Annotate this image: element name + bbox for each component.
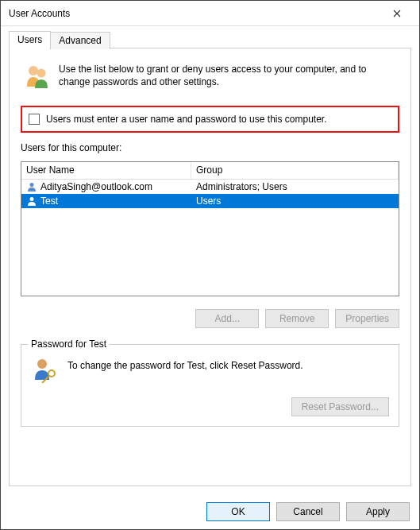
svg-point-2: [30, 183, 34, 187]
tab-advanced[interactable]: Advanced: [50, 32, 110, 49]
svg-point-5: [48, 370, 55, 377]
cell-username: AdityaSingh@outlook.com: [40, 181, 152, 192]
cell-group: Administrators; Users: [196, 181, 287, 192]
svg-point-3: [30, 197, 34, 201]
password-row: To change the password for Test, click R…: [31, 356, 389, 383]
cell-username: Test: [40, 195, 58, 207]
dialog-footer: OK Cancel Apply: [1, 494, 419, 529]
close-icon: [393, 10, 401, 17]
must-enter-credentials-label: Users must enter a user name and passwor…: [46, 114, 327, 125]
users-list-label: Users for this computer:: [21, 142, 399, 153]
svg-point-1: [37, 69, 46, 78]
tabstrip: Users Advanced: [9, 31, 411, 48]
apply-button[interactable]: Apply: [346, 502, 410, 521]
password-button-row: Reset Password...: [31, 397, 389, 416]
table-row[interactable]: AdityaSingh@outlook.com Administrators; …: [21, 180, 399, 194]
users-listview[interactable]: User Name Group AdityaSingh@outlook.com …: [21, 161, 399, 296]
column-username[interactable]: User Name: [21, 162, 191, 179]
must-enter-credentials-checkbox[interactable]: [29, 114, 40, 125]
close-button[interactable]: [381, 2, 413, 25]
users-icon: [24, 63, 51, 90]
listview-body: AdityaSingh@outlook.com Administrators; …: [21, 180, 399, 296]
must-enter-credentials-row: Users must enter a user name and passwor…: [21, 106, 399, 133]
user-icon: [26, 181, 37, 192]
listview-header: User Name Group: [21, 162, 399, 180]
cancel-button[interactable]: Cancel: [276, 502, 340, 521]
reset-password-button[interactable]: Reset Password...: [291, 397, 389, 416]
user-button-row: Add... Remove Properties: [21, 304, 399, 331]
table-row[interactable]: Test Users: [21, 194, 399, 208]
password-text: To change the password for Test, click R…: [67, 356, 303, 372]
tabpage-users: Use the list below to grant or deny user…: [9, 48, 411, 486]
key-user-icon: [31, 356, 58, 383]
password-group-legend: Password for Test: [28, 339, 110, 350]
user-icon: [26, 195, 37, 207]
column-group[interactable]: Group: [191, 162, 399, 179]
properties-button[interactable]: Properties: [335, 309, 399, 328]
tab-users[interactable]: Users: [9, 31, 51, 48]
password-groupbox: Password for Test To change the password…: [21, 344, 399, 427]
svg-point-4: [37, 359, 47, 369]
intro-row: Use the list below to grant or deny user…: [21, 60, 399, 98]
user-accounts-window: User Accounts Users Advanced Use the lis: [0, 0, 420, 530]
titlebar: User Accounts: [1, 1, 419, 26]
cell-group: Users: [196, 195, 221, 207]
dialog-body: Users Advanced Use the list below to gra…: [1, 26, 419, 494]
remove-button[interactable]: Remove: [265, 309, 329, 328]
add-button[interactable]: Add...: [195, 309, 259, 328]
svg-point-0: [29, 66, 38, 75]
window-title: User Accounts: [9, 8, 381, 19]
ok-button[interactable]: OK: [206, 502, 270, 521]
intro-text: Use the list below to grant or deny user…: [59, 63, 396, 88]
